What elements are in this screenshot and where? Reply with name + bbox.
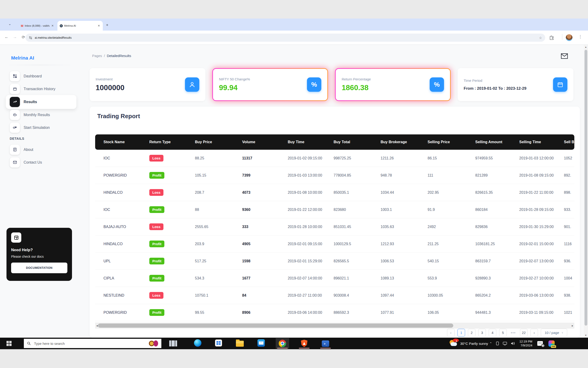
buy-brokerage: 1212.93 [381, 242, 428, 246]
trading-report-card: Trading Report Stock NameReturn TypeBuy … [90, 107, 580, 338]
tab-close-icon[interactable]: ✕ [51, 24, 54, 27]
speaker-icon[interactable] [511, 341, 515, 345]
stock-name: HINDALCO [95, 242, 149, 246]
scroll-up-icon[interactable]: ▲ [585, 46, 587, 48]
pagination-next-button[interactable]: › [530, 329, 538, 337]
profile-avatar[interactable] [566, 34, 572, 41]
chrome-taskbar-icon[interactable] [276, 338, 289, 349]
browser-tab-gmail[interactable]: M Inbox (8,088) - vaibhav36vp@g ✕ [18, 21, 56, 31]
taskbar-clock[interactable]: 12:19 PM 7/9/2024 [519, 340, 532, 347]
sidebar-item-monthly-results[interactable]: Monthly Results [6, 109, 76, 121]
reload-button-icon[interactable]: ⟳ [22, 35, 25, 40]
sidebar-item-about[interactable]: About [6, 143, 76, 156]
start-button[interactable] [7, 341, 12, 346]
buy-price: 208.7 [195, 191, 242, 195]
new-tab-button[interactable]: + [106, 23, 108, 27]
forward-button-icon[interactable]: → [13, 35, 17, 39]
browser-tab-melrina[interactable]: Melrina AI ✕ [57, 21, 103, 31]
taskbar-search-box[interactable]: Type here to search [24, 339, 161, 348]
brave-taskbar-icon[interactable] [298, 338, 311, 349]
brand-logo[interactable]: Melrina AI [11, 55, 34, 61]
mail-app-icon[interactable] [255, 338, 268, 348]
site-settings-icon[interactable] [29, 36, 32, 40]
bookmark-star-icon[interactable]: ☆ [539, 36, 542, 40]
scroll-down-icon[interactable]: ▼ [585, 334, 587, 337]
buy-brokerage: 1089.13 [381, 276, 428, 280]
breadcrumb-separator: / [104, 54, 105, 58]
selling-price: 540.15 [428, 259, 475, 263]
report-title: Trading Report [97, 113, 140, 120]
breadcrumb-root[interactable]: Pages [92, 54, 102, 58]
powershell-taskbar-icon[interactable]: >_ [319, 338, 332, 349]
horizontal-scrollbar-thumb[interactable] [98, 323, 453, 328]
weather-icon: 1 [449, 340, 458, 347]
breadcrumb-current: DetailedResults [107, 54, 131, 58]
tray-expand-chevron-icon[interactable]: ⌃ [489, 341, 492, 345]
sidebar-item-contact-us[interactable]: Contact Us [6, 156, 76, 169]
browser-menu-kebab-icon[interactable]: ⋮ [578, 34, 582, 39]
tab-search-chevron-icon[interactable]: ⌄ [8, 22, 11, 26]
tab-close-icon[interactable]: ✕ [97, 24, 100, 27]
buy-total: 1000129.5 [333, 242, 381, 246]
table-header-row: Stock NameReturn TypeBuy PriceVolumeBuy … [95, 134, 574, 150]
selling-amount: 928890.3 [475, 276, 519, 280]
buy-brokerage: 948.78 [381, 173, 428, 177]
sell-brokerage: 901. [564, 225, 574, 229]
documentation-button[interactable]: DOCUMENTATION [11, 263, 67, 273]
microsoft-store-icon[interactable] [212, 338, 225, 348]
file-explorer-icon[interactable] [233, 338, 246, 348]
horizontal-scrollbar[interactable]: ◄ ► [95, 322, 574, 329]
selling-time: 2019-03-11 09:15:00 [519, 311, 564, 315]
buy-brokerage: 1034.44 [381, 191, 428, 195]
copilot-icon[interactable]: PRE [548, 340, 555, 347]
column-header: Buy Price [195, 140, 242, 144]
url-text[interactable]: ai.melrina.site/detailedResults [35, 36, 539, 39]
sidebar-item-results[interactable]: Results [6, 95, 76, 109]
return-type-badge: Loss [149, 189, 163, 196]
pagination-prev-button[interactable]: ‹ [447, 329, 455, 337]
sidebar-item-dashboard[interactable]: Dashboard [6, 70, 76, 83]
scroll-right-icon[interactable]: ► [571, 324, 574, 327]
address-bar[interactable]: ai.melrina.site/detailedResults ☆ [26, 34, 545, 42]
sidebar-item-transaction-history[interactable]: Transaction History [6, 83, 76, 95]
return-type: Profit [149, 172, 195, 179]
sidebar-item-start-simulation[interactable]: Start Simulation [6, 121, 76, 134]
weather-widget[interactable]: 1 30°C Partly sunny [449, 338, 488, 349]
pagination-page-1[interactable]: 1 [457, 329, 465, 337]
back-button-icon[interactable]: ← [5, 35, 9, 39]
selling-price: 553.9 [428, 276, 475, 280]
page-scrollbar-thumb[interactable] [585, 50, 587, 326]
table-row: CIPLAProfit534.316772019-02-07 14:00:008… [95, 270, 574, 287]
table-row: NESTLEINDLoss10750.1842019-02-27 11:00:0… [95, 287, 574, 304]
edge-taskbar-icon[interactable] [191, 338, 204, 348]
percent-icon: % [307, 77, 321, 92]
calendar-icon [553, 77, 567, 92]
pagination-page-4[interactable]: 4 [489, 329, 496, 337]
selling-amount: 860184 [475, 208, 519, 212]
pagination-page-5[interactable]: 5 [499, 329, 507, 337]
notification-center-icon[interactable]: 1 [537, 341, 543, 346]
buy-total: 903008.4 [333, 293, 381, 298]
column-header: Selling Time [519, 140, 564, 144]
buy-price: 517.25 [195, 259, 242, 263]
page-size-select[interactable]: 10 / page ∨ [541, 329, 567, 337]
buy-time: 2019-02-01 15:29:00 [288, 259, 333, 263]
pagination-page-2[interactable]: 2 [468, 329, 475, 337]
pagination-ellipsis[interactable]: ••• [509, 329, 517, 337]
stat-card-investment: Investment 1000000 [90, 68, 205, 101]
extensions-puzzle-icon[interactable] [549, 36, 554, 40]
return-type: Loss [149, 189, 195, 196]
network-icon[interactable] [503, 342, 507, 345]
return-type-badge: Loss [149, 292, 163, 299]
stock-name: NESTLEIND [95, 293, 149, 298]
page-scrollbar[interactable]: ▲ ▼ [584, 45, 588, 338]
pagination-page-3[interactable]: 3 [478, 329, 486, 337]
phone-link-icon[interactable] [496, 341, 499, 345]
pagination-page-22[interactable]: 22 [520, 329, 527, 337]
search-highlight-fruit-image[interactable] [153, 340, 158, 346]
mail-icon[interactable] [561, 53, 568, 59]
buy-total: 826565.5 [333, 259, 381, 263]
task-view-icon[interactable] [169, 340, 177, 347]
column-header: Return Type [149, 140, 195, 144]
buy-brokerage: 1006.53 [381, 259, 428, 263]
